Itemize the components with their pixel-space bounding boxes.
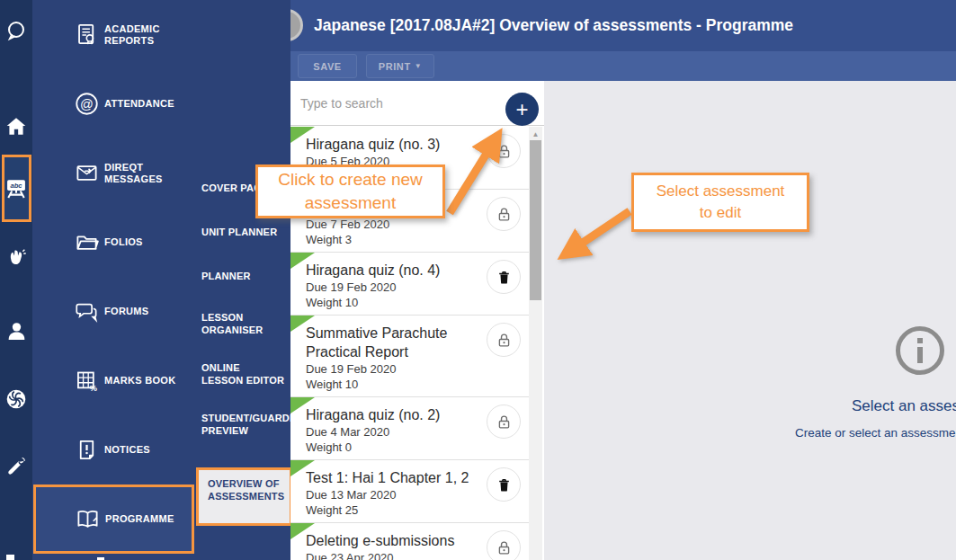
report-document-icon bbox=[75, 22, 99, 47]
abc-presentation-icon[interactable]: abc bbox=[0, 174, 32, 201]
assessment-due-date: Due 4 Mar 2020 bbox=[306, 424, 482, 440]
assessment-due-date: Due 23 Apr 2020 bbox=[306, 550, 482, 560]
assessment-title: Test 1: Hai 1 Chapter 1, 2 bbox=[306, 468, 482, 487]
list-scrollbar[interactable]: ▲ bbox=[529, 127, 542, 560]
detail-panel: Select an assess Create or select an ass… bbox=[544, 81, 956, 560]
submenu-item-overview-of-assessments[interactable]: OVERVIEW OF ASSESSMENTS bbox=[196, 467, 290, 526]
assessment-title: Hiragana quiz (no. 4) bbox=[306, 261, 482, 280]
sidebar-item-label: ATTENDANCE bbox=[104, 98, 192, 110]
annotation-arrow-up bbox=[432, 121, 522, 220]
icon-rail: abc bbox=[0, 0, 32, 560]
person-icon[interactable] bbox=[0, 317, 32, 344]
sidebar-item-academic-reports[interactable]: ACADEMIC REPORTS bbox=[32, 0, 196, 69]
sidebar-item-forums[interactable]: FORUMS bbox=[32, 277, 196, 346]
assessment-list-item[interactable]: Test 1: Hai 1 Chapter 1, 2 Due 13 Mar 20… bbox=[290, 460, 529, 523]
sidebar-item-attendance[interactable]: @ ATTENDANCE bbox=[32, 69, 196, 138]
programme-submenu: COVER PAGE UNIT PLANNER PLANNER LESSON O… bbox=[196, 0, 290, 560]
hand-icon[interactable] bbox=[0, 244, 32, 271]
app-window: abc ACADEMIC REPORTS @ A bbox=[0, 0, 956, 560]
partial-icon bbox=[6, 555, 14, 560]
sidebar-item-folios[interactable]: FOLIOS bbox=[32, 208, 196, 277]
assessment-weight: Weight 10 bbox=[306, 295, 482, 310]
scroll-up-arrow[interactable]: ▲ bbox=[529, 129, 542, 140]
empty-state-title: Select an assess bbox=[852, 397, 956, 415]
assessment-weight: Weight 0 bbox=[306, 440, 482, 455]
submenu-item-unit-planner[interactable]: UNIT PLANNER bbox=[201, 226, 290, 238]
sidebar-item-label: MARKS BOOK bbox=[104, 375, 192, 387]
speech-bubbles-icon bbox=[75, 299, 99, 324]
sidebar-item-label: DIREQT MESSAGES bbox=[104, 162, 192, 185]
assessment-title: Deleting e-submissions bbox=[306, 531, 482, 550]
sidebar-item-direqt-messages[interactable]: DIREQT MESSAGES bbox=[32, 138, 196, 208]
svg-text:%: % bbox=[90, 383, 98, 393]
annotation-select-edit: Select assessment to edit bbox=[631, 173, 809, 232]
envelope-arrow-icon bbox=[75, 161, 99, 185]
print-button[interactable]: PRINT▼ bbox=[366, 54, 434, 78]
speech-bubble-icon[interactable] bbox=[0, 17, 32, 44]
assessment-due-date: Due 19 Feb 2020 bbox=[306, 280, 482, 295]
toolbar: SAVE PRINT▼ bbox=[290, 51, 956, 81]
assessment-list-item[interactable]: Hiragana quiz (no. 4) Due 19 Feb 2020 We… bbox=[290, 253, 529, 316]
spiral-icon[interactable] bbox=[0, 386, 32, 413]
save-button[interactable]: SAVE bbox=[298, 54, 357, 78]
page-title: Japanese [2017.08JA#2] Overview of asses… bbox=[314, 16, 793, 35]
submenu-item-student-guardian-preview[interactable]: STUDENT/GUARDIAN PREVIEW bbox=[201, 412, 290, 437]
assessment-title: Summative Parachute Practical Report bbox=[306, 324, 482, 361]
submenu-item-lesson-organiser[interactable]: LESSON ORGANISER bbox=[201, 311, 290, 336]
sidebar-item-programme[interactable]: PROGRAMME bbox=[33, 484, 194, 554]
delete-icon[interactable] bbox=[487, 467, 521, 502]
sidebar-item-label: FORUMS bbox=[104, 306, 192, 317]
home-icon[interactable] bbox=[0, 113, 32, 140]
assessment-weight: Weight 10 bbox=[306, 377, 482, 392]
lock-icon[interactable] bbox=[487, 323, 521, 357]
info-icon bbox=[895, 325, 945, 379]
caret-down-icon: ▼ bbox=[415, 62, 423, 70]
delete-icon[interactable] bbox=[487, 260, 521, 294]
sidebar-item-label: ACADEMIC REPORTS bbox=[104, 23, 192, 47]
svg-text:abc: abc bbox=[10, 182, 22, 190]
lock-icon[interactable] bbox=[487, 404, 521, 439]
at-circle-icon: @ bbox=[75, 92, 99, 116]
assessment-list-item[interactable]: Deleting e-submissions Due 23 Apr 2020 bbox=[290, 523, 529, 560]
empty-state-subtitle: Create or select an assessme bbox=[795, 426, 956, 440]
sidebar-item-marks-book[interactable]: % MARKS BOOK bbox=[32, 346, 196, 415]
assessment-list-item[interactable]: Summative Parachute Practical Report Due… bbox=[290, 316, 529, 397]
assessment-weight: Weight 3 bbox=[306, 232, 482, 247]
search-input[interactable] bbox=[290, 81, 497, 125]
folder-icon bbox=[75, 230, 99, 254]
assessment-due-date: Due 19 Feb 2020 bbox=[306, 361, 482, 377]
submenu-item-planner[interactable]: PLANNER bbox=[201, 270, 290, 282]
sidebar-item-notices[interactable]: NOTICES bbox=[32, 415, 196, 484]
sidebar-item-label: PROGRAMME bbox=[105, 513, 188, 525]
assessment-due-date: Due 13 Mar 2020 bbox=[306, 487, 482, 502]
page-exclamation-icon bbox=[75, 438, 99, 462]
submenu-item-online-lesson-editor[interactable]: ONLINE LESSON EDITOR bbox=[201, 361, 290, 387]
sidebar: ACADEMIC REPORTS @ ATTENDANCE DIREQT MES… bbox=[32, 0, 196, 560]
lock-icon[interactable] bbox=[487, 530, 521, 560]
header-bar: Japanese [2017.08JA#2] Overview of asses… bbox=[290, 0, 956, 51]
assessment-list-item[interactable]: Hiragana quiz (no. 2) Due 4 Mar 2020 Wei… bbox=[290, 397, 529, 460]
wrench-icon[interactable] bbox=[0, 452, 32, 479]
sidebar-item-label: NOTICES bbox=[104, 444, 192, 456]
search-row: + bbox=[290, 81, 544, 126]
annotation-create-new: Click to create new assessment bbox=[255, 164, 445, 218]
sidebar-item-label: FOLIOS bbox=[104, 236, 192, 248]
svg-text:@: @ bbox=[80, 97, 94, 111]
grid-percent-icon: % bbox=[75, 369, 99, 393]
assessment-title: Hiragana quiz (no. 2) bbox=[306, 405, 482, 424]
assessment-weight: Weight 25 bbox=[306, 502, 482, 518]
open-book-icon bbox=[76, 507, 100, 531]
